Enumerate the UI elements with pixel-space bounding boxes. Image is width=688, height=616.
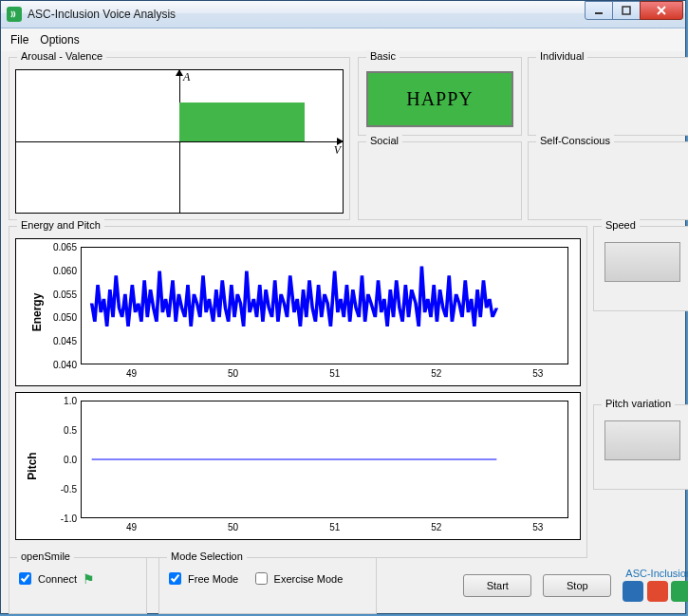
exercise-mode-checkbox-label[interactable]: Exercise Mode — [251, 569, 344, 588]
energy-ylabel: Energy — [30, 293, 44, 332]
brand-logos: ASC-Inclusion — [623, 568, 688, 605]
pitch-variation-indicator — [604, 420, 680, 460]
basic-emotion-panel: Basic HAPPY — [358, 57, 522, 136]
titlebar[interactable]: ASC-Inclusion Voice Analysis — [1, 1, 685, 28]
mode-selection-title: Mode Selection — [167, 551, 247, 562]
connect-label: Connect — [38, 573, 77, 585]
svg-rect-1 — [623, 7, 630, 14]
pitch-variation-panel: Pitch variation — [593, 404, 688, 490]
individual-emotion-title: Individual — [536, 50, 587, 62]
free-mode-checkbox-label[interactable]: Free Mode — [165, 569, 238, 588]
voice-logo-icon — [671, 581, 688, 602]
basic-emotion-value: HAPPY — [366, 71, 513, 127]
brand-text: ASC-Inclusion — [625, 568, 688, 579]
arousal-valence-title: Arousal - Valence — [17, 50, 106, 62]
stop-button[interactable]: Stop — [543, 574, 611, 597]
individual-emotion-panel: Individual — [528, 57, 688, 136]
opensmile-title: openSmile — [17, 551, 74, 562]
speed-indicator — [604, 242, 680, 282]
arousal-valence-plot: A V — [15, 69, 344, 214]
social-emotion-panel: Social — [358, 141, 522, 220]
pitch-chart: Pitch -1.0-0.50.00.51.0 4950515253 — [15, 392, 581, 540]
emotion-grid: Basic HAPPY Individual Social Self-Consc… — [358, 57, 688, 220]
menu-options[interactable]: Options — [40, 33, 79, 47]
free-mode-label: Free Mode — [188, 573, 238, 585]
axis-a-label: A — [183, 70, 190, 84]
app-window: ASC-Inclusion Voice Analysis File Option… — [0, 0, 686, 614]
free-mode-checkbox[interactable] — [169, 572, 181, 585]
social-emotion-title: Social — [366, 135, 402, 146]
minimize-button[interactable] — [585, 1, 613, 20]
connect-checkbox-label[interactable]: Connect ⚑ — [15, 569, 95, 588]
connect-checkbox[interactable] — [19, 572, 31, 585]
maximize-button[interactable] — [612, 1, 641, 20]
mode-selection-panel: Mode Selection Free Mode Exercise Mode — [158, 557, 377, 614]
bottom-bar: openSmile Connect ⚑ Mode Selection Free … — [9, 564, 688, 607]
hand-logo-icon — [623, 581, 643, 602]
opensmile-panel: openSmile Connect ⚑ — [9, 557, 147, 614]
window-title: ASC-Inclusion Voice Analysis — [28, 8, 586, 21]
basic-emotion-title: Basic — [366, 50, 400, 62]
menu-file[interactable]: File — [10, 33, 28, 47]
exercise-mode-label: Exercise Mode — [274, 573, 344, 585]
face-logo-icon — [647, 581, 668, 602]
speed-panel: Speed — [593, 226, 688, 311]
menubar: File Options — [1, 28, 685, 51]
self-conscious-emotion-title: Self-Conscious — [536, 135, 614, 146]
energy-pitch-title: Energy and Pitch — [17, 219, 104, 231]
arousal-valence-panel: Arousal - Valence A V — [9, 57, 350, 220]
axis-v-label: V — [334, 143, 341, 158]
pitch-variation-title: Pitch variation — [602, 398, 675, 409]
pitch-ylabel: Pitch — [26, 452, 39, 479]
connection-flag-icon: ⚑ — [83, 571, 95, 587]
energy-chart: Energy 0.0400.0450.0500.0550.0600.065 49… — [15, 238, 581, 386]
energy-pitch-panel: Energy and Pitch Energy 0.0400.0450.0500… — [9, 226, 587, 558]
exercise-mode-checkbox[interactable] — [255, 572, 268, 585]
speed-title: Speed — [602, 219, 640, 231]
app-icon — [7, 7, 22, 22]
close-button[interactable] — [640, 1, 683, 20]
self-conscious-emotion-panel: Self-Conscious — [528, 141, 688, 220]
start-button[interactable]: Start — [463, 574, 531, 597]
